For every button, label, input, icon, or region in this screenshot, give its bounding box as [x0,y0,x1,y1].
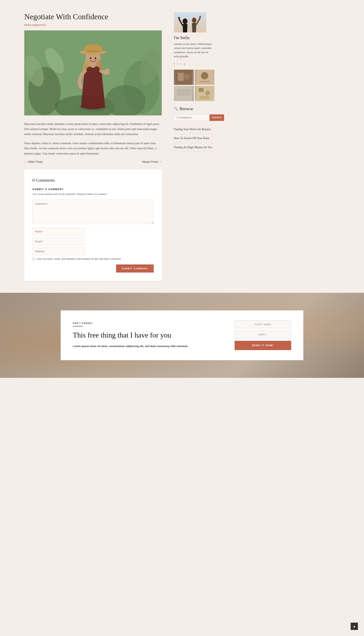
sidebar-link-2[interactable]: How To Switch Off Your Brain [174,134,214,143]
search-row: SEARCH [174,114,214,121]
page-wrapper: Negotiate With Confidence PERFORMANCE [0,0,364,378]
sidebar: I'm Stella Aenean eu leo quam. Pellentes… [174,12,214,281]
submit-comment-button[interactable]: SUBMIT COMMENT [116,265,154,273]
sidebar-link-3[interactable]: Finding the Right Mentor for You [174,143,214,152]
profile-svg [174,12,206,32]
svg-rect-27 [200,81,210,82]
sidebar-profile-image-inner [174,12,206,32]
svg-rect-36 [200,96,210,99]
content-area: Negotiate With Confidence PERFORMANCE [24,12,162,281]
pinterest-icon[interactable]: p [184,62,185,66]
cta-dont-forget-line [73,326,83,326]
sidebar-social: f t i p [174,62,214,66]
older-posts-link[interactable]: ← Older Posts [24,160,43,163]
gallery-item-1[interactable] [174,70,194,85]
comment-textarea[interactable] [32,200,154,224]
search-input[interactable] [174,114,210,121]
sidebar-name: I'm Stella [174,36,214,40]
svg-point-14 [95,57,96,59]
save-checkbox[interactable] [32,258,35,260]
svg-point-13 [90,57,92,59]
cta-email-input[interactable] [234,331,291,338]
comment-notice-text: Your email address will not be published… [32,193,108,195]
cta-right: SEND IT NOW! [234,321,291,350]
cta-section: DON'T FORGET This free thing that I have… [0,293,364,378]
cta-card: DON'T FORGET This free thing that I have… [61,310,303,360]
newer-posts-link[interactable]: Newer Posts → [142,160,162,163]
browse-section: 🔍 Browse SEARCH Finding Your Work Life B… [174,106,214,152]
gallery-item-4[interactable] [195,86,214,101]
sidebar-links: Finding Your Work Life Balance How To Sw… [174,125,214,152]
svg-rect-31 [177,93,191,94]
twitter-icon[interactable]: t [177,62,178,66]
email-input[interactable] [32,238,85,245]
comments-section: 0 Comments SUBMIT A COMMENT Your email a… [24,169,162,281]
browse-header: 🔍 Browse [174,106,214,111]
search-icon: 🔍 [174,107,178,111]
svg-point-15 [105,68,110,73]
svg-point-26 [201,72,208,79]
cta-send-button[interactable]: SEND IT NOW! [234,341,291,350]
instagram-icon[interactable]: i [180,62,182,66]
svg-rect-29 [177,90,191,90]
cta-dont-forget: DON'T FORGET [73,322,222,324]
svg-rect-17 [174,12,206,32]
hero-image-figure [24,30,162,115]
post-category: PERFORMANCE [24,24,162,26]
hero-person-svg [24,30,162,115]
website-input[interactable] [32,248,85,255]
sidebar-bio: Aenean eu leo quam. Pellentesque ornare … [174,42,214,59]
checkbox-row: Save my name, email, and website in this… [32,258,154,260]
comment-form: Save my name, email, and website in this… [32,200,154,273]
submit-comment-title: SUBMIT A COMMENT [32,188,154,191]
gallery-item-2[interactable] [195,70,214,85]
svg-rect-23 [178,73,184,81]
post-title: Negotiate With Confidence [24,12,162,22]
search-button[interactable]: SEARCH [210,114,224,121]
gallery-item-3[interactable] [174,86,194,101]
pagination: ← Older Posts Newer Posts → [24,160,162,163]
hero-image [24,30,162,115]
name-input[interactable] [32,228,85,235]
cta-firstname-input[interactable] [234,321,291,328]
sidebar-profile-image [174,12,206,32]
comment-notice: Your email address will not be published… [32,193,154,195]
sidebar-gallery [174,70,214,101]
svg-rect-32 [177,95,191,95]
cta-left: DON'T FORGET This free thing that I have… [73,322,222,348]
sidebar-link-1[interactable]: Finding Your Work Life Balance [174,125,214,134]
svg-rect-30 [177,92,191,92]
svg-point-21 [199,16,201,18]
comments-count: 0 Comments [32,177,154,183]
post-body-para2: Fusce dapibus, tellus ac cursus commodo,… [24,141,162,156]
svg-point-18 [182,19,188,24]
post-body: Maecenas faucibus mollis interdum. Lorem… [24,121,162,156]
svg-point-20 [178,17,180,19]
cta-headline: This free thing that I have for you [73,330,222,340]
svg-point-19 [192,18,196,23]
svg-rect-34 [198,88,204,92]
svg-point-24 [184,74,190,80]
main-layout: Negotiate With Confidence PERFORMANCE [0,0,364,293]
facebook-icon[interactable]: f [174,62,175,66]
save-checkbox-label: Save my name, email, and website in this… [36,258,121,260]
browse-title: Browse [180,106,193,111]
svg-point-35 [205,91,210,95]
cta-subtext: Lorem ipsum dolor sit amet, consectetuer… [73,344,222,348]
post-body-para1: Maecenas faucibus mollis interdum. Lorem… [24,121,162,137]
